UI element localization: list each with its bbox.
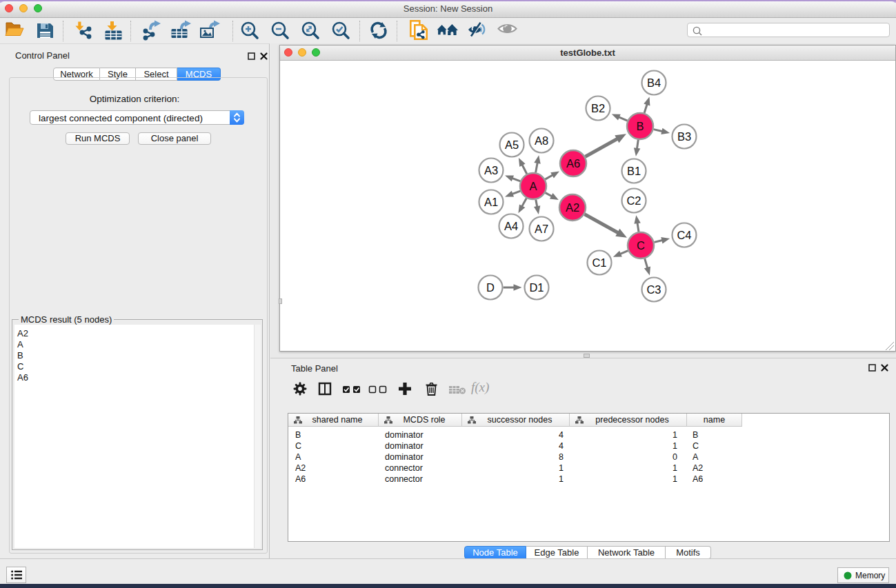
svg-text:A: A — [529, 180, 537, 192]
svg-text:C: C — [637, 239, 645, 252]
svg-text:B1: B1 — [627, 165, 641, 177]
svg-text:A7: A7 — [535, 223, 548, 235]
svg-text:D: D — [486, 281, 495, 294]
svg-text:A8: A8 — [535, 134, 548, 147]
svg-text:A1: A1 — [484, 196, 498, 208]
svg-text:A5: A5 — [505, 139, 519, 151]
svg-text:A2: A2 — [566, 201, 579, 214]
svg-text:B3: B3 — [677, 130, 691, 143]
svg-text:A4: A4 — [504, 220, 518, 232]
svg-text:C1: C1 — [592, 256, 606, 269]
svg-text:B2: B2 — [591, 102, 605, 114]
svg-text:C2: C2 — [626, 194, 641, 207]
svg-text:D1: D1 — [529, 281, 544, 294]
svg-text:A6: A6 — [566, 157, 580, 170]
svg-text:B4: B4 — [647, 77, 661, 89]
svg-text:B: B — [636, 120, 644, 132]
svg-text:C4: C4 — [677, 229, 691, 241]
svg-text:C3: C3 — [646, 283, 661, 296]
svg-text:A3: A3 — [484, 164, 498, 176]
